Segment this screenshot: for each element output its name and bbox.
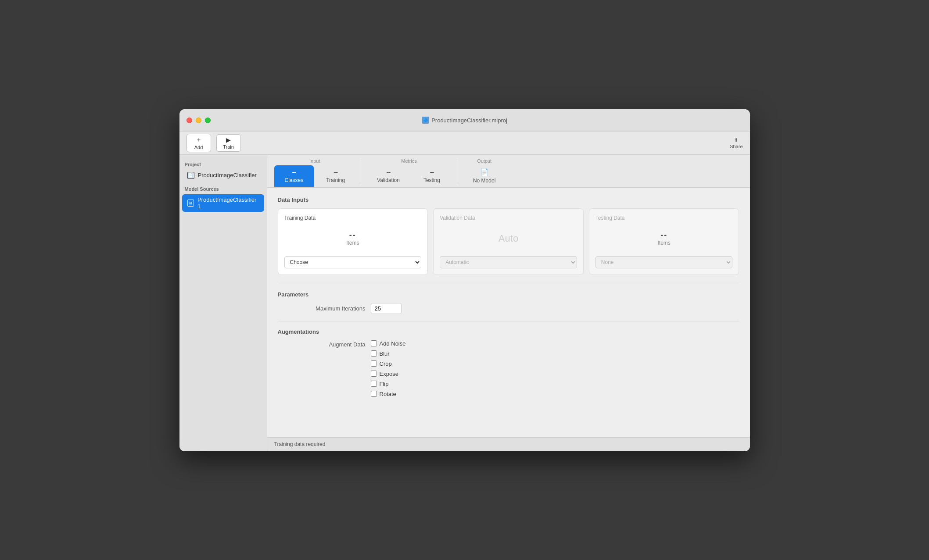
augmentations-row: Augment Data Add Noise Blur Crop	[278, 340, 739, 397]
aug-blur: Blur	[371, 350, 406, 357]
validation-data-select[interactable]: Automatic	[440, 256, 577, 268]
output-tabs: 📄 No Model	[463, 165, 506, 187]
aug-expose: Expose	[371, 371, 406, 377]
crop-label: Crop	[380, 360, 392, 367]
sidebar: Project 📄 ProductImageClassifier Model S…	[179, 155, 267, 451]
validation-data-title: Validation Data	[440, 215, 577, 221]
input-tabs: -- Classes -- Training	[274, 165, 356, 187]
tab-separator-1	[361, 158, 361, 184]
tab-classes[interactable]: -- Classes	[274, 165, 314, 187]
data-inputs-grid: Training Data -- Items Choose Validation…	[278, 208, 739, 275]
input-section-label: Input	[309, 158, 320, 164]
rotate-checkbox[interactable]	[371, 391, 377, 397]
play-icon: ▶	[226, 136, 231, 143]
training-tab-icon: --	[334, 168, 337, 176]
training-data-card: Training Data -- Items Choose	[278, 208, 428, 275]
max-iterations-input[interactable]	[371, 303, 402, 314]
metrics-section: Metrics -- Validation -- Testing	[366, 158, 452, 187]
train-button[interactable]: ▶ Train	[216, 134, 241, 152]
aug-add-noise: Add Noise	[371, 340, 406, 347]
testing-tab-label: Testing	[423, 177, 440, 183]
no-model-tab-icon: 📄	[480, 168, 488, 176]
close-button[interactable]	[187, 118, 192, 123]
testing-dashes: --	[660, 231, 667, 240]
model-sources-title: Model Sources	[179, 181, 267, 194]
max-iterations-row: Maximum Iterations	[278, 303, 739, 314]
tab-separator-2	[457, 158, 457, 184]
add-noise-checkbox[interactable]	[371, 340, 377, 346]
metrics-section-label: Metrics	[401, 158, 416, 164]
max-iterations-label: Maximum Iterations	[278, 305, 366, 312]
tab-validation[interactable]: -- Validation	[366, 165, 410, 187]
augment-checkboxes: Add Noise Blur Crop Expose	[371, 340, 406, 397]
validation-data-body: Auto	[440, 225, 577, 252]
output-section-label: Output	[477, 158, 491, 164]
tab-testing[interactable]: -- Testing	[412, 165, 452, 187]
no-model-tab-label: No Model	[473, 178, 495, 184]
validation-tab-icon: --	[387, 168, 391, 176]
training-data-title: Training Data	[284, 215, 422, 221]
output-section: Output 📄 No Model	[463, 158, 506, 187]
project-section-title: Project	[179, 160, 267, 170]
project-file-name: ProductImageClassifier	[198, 172, 257, 178]
validation-tab-label: Validation	[377, 177, 400, 183]
traffic-lights	[187, 118, 211, 123]
validation-auto-label: Auto	[499, 233, 518, 244]
project-file-icon: 📄	[187, 172, 194, 179]
training-items-label: Items	[346, 240, 359, 246]
tab-training[interactable]: -- Training	[316, 165, 355, 187]
separator-1	[278, 284, 739, 284]
augment-data-label: Augment Data	[278, 340, 366, 348]
blur-checkbox[interactable]	[371, 350, 377, 357]
classes-tab-icon: --	[292, 168, 296, 176]
validation-data-card: Validation Data Auto Automatic	[433, 208, 584, 275]
file-icon: 🔷	[422, 117, 429, 124]
sidebar-item-project[interactable]: 📄 ProductImageClassifier	[182, 170, 264, 181]
status-message: Training data required	[274, 441, 326, 447]
toolbar: ＋ Add ▶ Train ⬆ Share	[179, 132, 750, 155]
window-title: 🔷 ProductImageClassifier.mlproj	[422, 117, 507, 124]
aug-crop: Crop	[371, 360, 406, 367]
aug-rotate: Rotate	[371, 391, 406, 397]
blur-label: Blur	[380, 350, 390, 357]
input-section: Input -- Classes -- Training	[274, 158, 356, 187]
training-dashes: --	[349, 231, 356, 240]
testing-data-select[interactable]: None	[595, 256, 733, 268]
metrics-tabs: -- Validation -- Testing	[366, 165, 452, 187]
training-data-select[interactable]: Choose	[284, 256, 422, 268]
add-icon: ＋	[196, 136, 202, 144]
tab-no-model[interactable]: 📄 No Model	[463, 165, 506, 187]
separator-2	[278, 321, 739, 321]
testing-tab-icon: --	[430, 168, 434, 176]
expose-checkbox[interactable]	[371, 371, 377, 377]
training-data-body: -- Items	[284, 225, 422, 252]
share-button[interactable]: ⬆ Share	[730, 137, 742, 149]
content-area: Input -- Classes -- Training Metr	[267, 155, 750, 451]
sidebar-item-model[interactable]: ⊞ ProductImageClassifier 1	[182, 194, 264, 212]
add-button[interactable]: ＋ Add	[187, 134, 211, 152]
add-noise-label: Add Noise	[380, 340, 406, 347]
minimize-button[interactable]	[196, 118, 201, 123]
crop-checkbox[interactable]	[371, 360, 377, 367]
model-name: ProductImageClassifier 1	[197, 196, 259, 210]
rotate-label: Rotate	[380, 391, 396, 397]
share-icon: ⬆	[734, 137, 738, 143]
flip-checkbox[interactable]	[371, 381, 377, 387]
testing-data-title: Testing Data	[595, 215, 733, 221]
classes-tab-label: Classes	[285, 177, 304, 183]
main-area: Project 📄 ProductImageClassifier Model S…	[179, 155, 750, 451]
augmentations-title: Augmentations	[278, 328, 739, 335]
expose-label: Expose	[380, 371, 398, 377]
titlebar: 🔷 ProductImageClassifier.mlproj	[179, 109, 750, 132]
testing-items-label: Items	[657, 240, 670, 246]
testing-data-body: -- Items	[595, 225, 733, 252]
app-window: 🔷 ProductImageClassifier.mlproj ＋ Add ▶ …	[179, 109, 750, 451]
data-inputs-title: Data Inputs	[278, 196, 739, 203]
model-icon: ⊞	[187, 200, 194, 207]
parameters-title: Parameters	[278, 291, 739, 298]
toolbar-right: ⬆ Share	[730, 137, 742, 149]
flip-label: Flip	[380, 381, 389, 387]
status-bar: Training data required	[267, 437, 750, 451]
maximize-button[interactable]	[205, 118, 211, 123]
training-tab-label: Training	[326, 177, 345, 183]
